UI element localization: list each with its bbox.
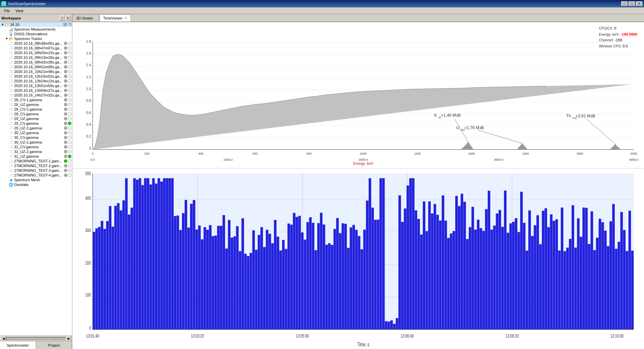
track-dots [64, 65, 71, 69]
minimize-button[interactable]: ─ [621, 1, 628, 6]
sidebar-item-track-29[interactable]: 📄27MORNING_TEST-4.gam... [0, 173, 72, 178]
svg-rect-147 [309, 217, 312, 329]
close-button[interactable]: ✕ [636, 1, 643, 6]
sidebar-item-track-15[interactable]: 📄28_CV-2.gamma [0, 107, 72, 112]
sidebar-item-track-14[interactable]: 📄28_UZ.gamma [0, 102, 72, 107]
svg-rect-93 [163, 178, 166, 329]
sidebar-item-track-1[interactable]: 📄2020.10.16_08h38m05s.ga... [0, 41, 72, 46]
cps-ch-row: CPS/Ch: 0 [599, 26, 637, 32]
svg-rect-253 [596, 238, 599, 329]
sidebar-item-track-3[interactable]: 📄2020.10.16_09h03m13s.ga... [0, 50, 72, 55]
track-label: 30_UZ-2.gamma [14, 140, 64, 144]
scroll-track[interactable] [6, 337, 66, 340]
sidebar-item-track-7[interactable]: 📄2020.10.16_10h21m48s.ga... [0, 69, 72, 74]
sidebar-item-track-13[interactable]: 📄28_CV-1.gamma [0, 98, 72, 102]
svg-rect-177 [390, 320, 393, 329]
track-file-icon: 📄 [9, 140, 13, 144]
track-file-icon: 📄 [9, 103, 13, 107]
sidebar-item-track-11[interactable]: 📄2020.10.16_13h59m27s.ga... [0, 88, 72, 93]
svg-text:500: 500 [85, 171, 91, 177]
sidebar-item-spectrum-measurements[interactable]: 📊 Spectrum Measurements [0, 27, 72, 32]
svg-text:400: 400 [85, 195, 91, 201]
sidebar-item-track-23[interactable]: 📄31_CV.gamma [0, 145, 72, 149]
sidebar-item-track-10[interactable]: 📄2020.10.16_13h51m59s.ga... [0, 83, 72, 88]
svg-rect-225 [520, 192, 523, 329]
sidebar-item-track-9[interactable]: 📄2020.10.16_13h24m13s.ga... [0, 79, 72, 83]
sidebar-item-track-22[interactable]: 📄30_UZ-2.gamma [0, 140, 72, 145]
tree-item-root[interactable]: ▼ 📁 16.10 3D Ti [0, 22, 72, 27]
svg-rect-134 [274, 220, 277, 329]
tab-3d-viewer[interactable]: 3D Viewer [72, 14, 99, 22]
svg-rect-139 [287, 224, 290, 329]
track-file-icon: 📄 [9, 79, 13, 83]
sidebar-item-track-19[interactable]: 📄29_UZ-2.gamma [0, 126, 72, 130]
scroll-right-button[interactable]: ▶ [66, 336, 71, 341]
svg-rect-251 [591, 211, 593, 329]
menu-file[interactable]: File [1, 8, 13, 13]
track-file-icon: 📄 [9, 173, 13, 177]
svg-text:1000: 1000 [360, 152, 367, 155]
svg-text:1000.0: 1000.0 [223, 158, 233, 161]
svg-rect-254 [599, 219, 601, 329]
sidebar-item-track-24[interactable]: 📄31_UZ-2.gamma [0, 149, 72, 154]
sidebar-item-geodata[interactable]: 🌐 Geodata [0, 182, 72, 187]
sidebar-item-track-20[interactable]: 📄30_UZ.gamma [0, 130, 72, 135]
tab-spectrometer[interactable]: Spectrometer [0, 341, 36, 349]
svg-rect-223 [515, 218, 517, 329]
svg-rect-208 [474, 230, 477, 329]
sidebar-item-track-18[interactable]: 📄29_CV.gamma [0, 121, 72, 126]
sidebar-item-track-25[interactable]: 📄31_UZ.gamma [0, 154, 72, 159]
svg-rect-72 [106, 221, 109, 329]
svg-rect-133 [271, 243, 274, 329]
time-axis-label: Time, s [357, 342, 369, 348]
sidebar-item-track-8[interactable]: 📄2020.10.16_13h10m52s.ga... [0, 74, 72, 79]
svg-rect-213 [488, 191, 491, 329]
tab-time-viewer-close[interactable]: ✕ [124, 16, 127, 20]
track-dots [64, 103, 71, 106]
sidebar-item-track-28[interactable]: 📄27MORNING_TEST-3.gam... [0, 168, 72, 173]
energy-kev-value: -199.0000 [620, 32, 637, 36]
svg-text:1600: 1600 [522, 152, 529, 155]
sidebar-item-track-21[interactable]: 📄30_CV.gamma [0, 135, 72, 140]
svg-rect-163 [352, 225, 355, 329]
track-file-icon: 📄 [9, 164, 13, 168]
svg-rect-162 [350, 228, 352, 329]
sidebar-restore-button[interactable]: □ [59, 15, 65, 21]
svg-rect-100 [182, 213, 185, 329]
sidebar-item-track-27[interactable]: 📄27MORNING_TEST-2.gam... [0, 163, 72, 168]
scroll-left-button[interactable]: ◀ [1, 336, 6, 341]
svg-rect-68 [95, 228, 98, 329]
sidebar-scrollbar[interactable]: ◀ ▶ [0, 336, 72, 341]
svg-text:600: 600 [252, 152, 257, 155]
sidebar-item-spectrum-mesh[interactable]: ◈ Spectrum Mesh [0, 178, 72, 182]
cps-ch-label: CPS/Ch: [599, 26, 613, 30]
track-label: 29_UZ.gamma [14, 117, 64, 121]
svg-rect-181 [401, 222, 404, 329]
svg-text:200: 200 [144, 152, 149, 155]
menu-view[interactable]: View [13, 8, 26, 13]
sidebar-item-gnss[interactable]: 📡 GNSS Observations [0, 32, 72, 36]
tab-time-viewer[interactable]: TimeViewer ✕ [100, 14, 131, 22]
sidebar-header: Workspace □ ✕ [0, 14, 72, 22]
svg-rect-256 [604, 231, 607, 329]
sidebar-item-track-2[interactable]: 📄2020.10.16_08h47m07s.ga... [0, 46, 72, 50]
svg-rect-161 [347, 248, 350, 329]
sidebar-tree: ▼ 📁 16.10 3D Ti 📊 Spectrum Measurements … [0, 22, 72, 336]
sidebar-item-track-5[interactable]: 📄2020.10.16_09h42m39s.ga... [0, 60, 72, 65]
sidebar-item-track-4[interactable]: 📄2020.10.16_09h13m18s.ga... [0, 55, 72, 60]
svg-rect-158 [339, 233, 342, 329]
sidebar-item-track-17[interactable]: 📄29_UZ.gamma [0, 116, 72, 121]
sidebar-item-track-16[interactable]: 📄28_CV.gamma [0, 112, 72, 116]
maximize-button[interactable]: □ [629, 1, 635, 6]
tab-project[interactable]: Project [36, 341, 72, 349]
track-label: 30_UZ.gamma [14, 131, 64, 135]
sidebar-item-track-26[interactable]: 📄27MORNING_TEST-1.gam... [0, 159, 72, 163]
sidebar-item-track-12[interactable]: 📄2020.10.16_14h27m32s.ga... [0, 93, 72, 98]
sidebar-item-spectrum-tracks[interactable]: ▼ 📂 Spectrum Tracks [0, 36, 72, 41]
track-file-icon: 📄 [9, 107, 13, 111]
sidebar-close-button[interactable]: ✕ [65, 15, 71, 21]
svg-text:1400: 1400 [468, 152, 475, 155]
svg-rect-246 [577, 219, 580, 329]
sidebar-item-track-6[interactable]: 📄2020.10.16_09h51m09s.ga... [0, 65, 72, 69]
svg-line-45 [586, 119, 615, 144]
